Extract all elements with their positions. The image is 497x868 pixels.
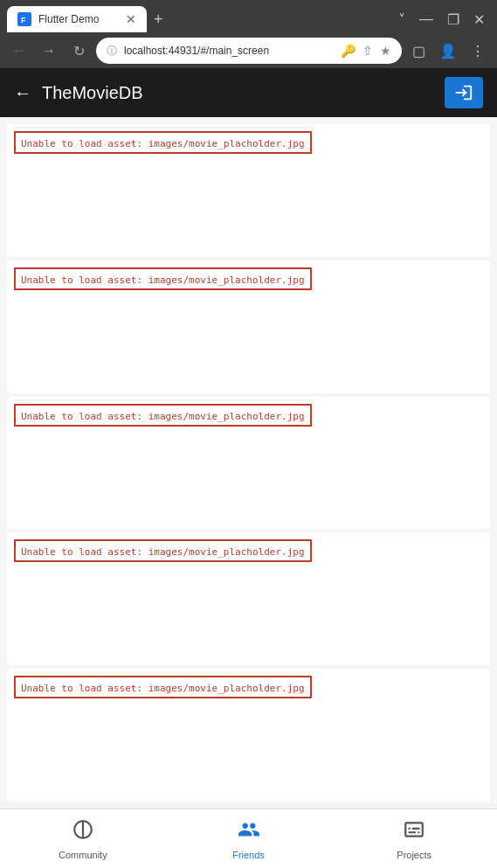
- friends-label: Friends: [232, 850, 265, 860]
- address-bar: ← → ↻ ⓘ localhost:44931/#/main_screen 🔑 …: [0, 33, 497, 68]
- image-error-box: Unable to load asset: images/movie_plach…: [14, 404, 312, 427]
- tab-favicon: F: [17, 12, 31, 26]
- nav-item-projects[interactable]: Projects: [331, 809, 497, 868]
- app-title: TheMovieDB: [42, 83, 445, 103]
- url-actions: 🔑 ⇧ ★: [341, 44, 391, 58]
- share-icon[interactable]: ⇧: [362, 44, 373, 58]
- movie-card[interactable]: Unable to load asset: images/movie_plach…: [7, 532, 490, 665]
- movie-card[interactable]: Unable to load asset: images/movie_plach…: [7, 669, 490, 802]
- tab-bar: F Flutter Demo ✕ + ˅ — ❐ ✕: [0, 0, 497, 33]
- profile-button[interactable]: 👤: [434, 39, 462, 63]
- browser-right-controls: ▢ 👤 ⋮: [407, 39, 490, 63]
- app-header: ← TheMovieDB: [0, 68, 497, 117]
- new-tab-button[interactable]: +: [154, 10, 163, 29]
- svg-text:F: F: [21, 16, 26, 24]
- image-error-text: Unable to load asset: images/movie_plach…: [21, 138, 305, 149]
- image-error-text: Unable to load asset: images/movie_plach…: [21, 274, 305, 286]
- movie-card[interactable]: Unable to load asset: images/movie_plach…: [7, 397, 490, 530]
- main-content: Unable to load asset: images/movie_plach…: [0, 117, 497, 809]
- bookmark-icon[interactable]: ★: [380, 44, 391, 58]
- minimize-button[interactable]: —: [414, 10, 438, 29]
- image-error-box: Unable to load asset: images/movie_plach…: [14, 131, 312, 154]
- projects-label: Projects: [397, 850, 431, 860]
- movie-card[interactable]: Unable to load asset: images/movie_plach…: [7, 260, 490, 393]
- extensions-button[interactable]: ▢: [407, 39, 431, 63]
- login-button[interactable]: [445, 77, 483, 108]
- tab-title: Flutter Demo: [38, 13, 119, 25]
- community-label: Community: [59, 850, 107, 860]
- image-error-text: Unable to load asset: images/movie_plach…: [21, 683, 305, 694]
- image-error-box: Unable to load asset: images/movie_plach…: [14, 676, 312, 698]
- tab-close-button[interactable]: ✕: [126, 12, 136, 26]
- friends-icon: [238, 818, 260, 846]
- url-text: localhost:44931/#/main_screen: [124, 45, 334, 57]
- tab-dropdown-button[interactable]: ˅: [393, 10, 411, 30]
- maximize-button[interactable]: ❐: [442, 10, 465, 30]
- back-button[interactable]: ←: [14, 83, 31, 103]
- image-error-box: Unable to load asset: images/movie_plach…: [14, 539, 312, 562]
- menu-button[interactable]: ⋮: [466, 39, 490, 63]
- tab-controls: ˅ — ❐ ✕: [393, 10, 490, 30]
- community-icon: [72, 818, 94, 846]
- image-error-box: Unable to load asset: images/movie_plach…: [14, 267, 312, 290]
- browser-chrome: F Flutter Demo ✕ + ˅ — ❐ ✕ ← → ↻ ⓘ local…: [0, 0, 497, 68]
- reload-button[interactable]: ↻: [66, 39, 91, 63]
- projects-icon: [403, 818, 425, 846]
- movie-card[interactable]: Unable to load asset: images/movie_plach…: [7, 124, 490, 257]
- key-icon[interactable]: 🔑: [341, 44, 355, 58]
- nav-item-friends[interactable]: Friends: [166, 809, 332, 868]
- forward-nav-button[interactable]: →: [37, 39, 61, 62]
- back-nav-button[interactable]: ←: [7, 39, 31, 62]
- lock-icon: ⓘ: [107, 44, 117, 59]
- image-error-text: Unable to load asset: images/movie_plach…: [21, 546, 305, 558]
- browser-tab[interactable]: F Flutter Demo ✕: [7, 6, 147, 32]
- bottom-nav: Community Friends Projects: [0, 809, 497, 868]
- close-window-button[interactable]: ✕: [468, 10, 490, 30]
- image-error-text: Unable to load asset: images/movie_plach…: [21, 411, 305, 422]
- url-box[interactable]: ⓘ localhost:44931/#/main_screen 🔑 ⇧ ★: [96, 38, 402, 64]
- nav-item-community[interactable]: Community: [0, 809, 166, 868]
